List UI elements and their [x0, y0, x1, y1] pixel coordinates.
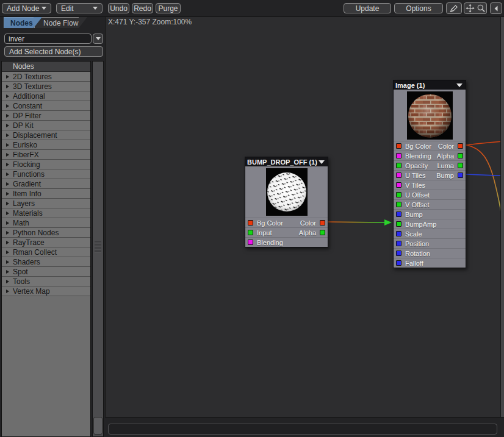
sidebar-item-rman-collect[interactable]: Rman Collect	[2, 247, 90, 257]
node-list-header: Nodes	[2, 62, 90, 72]
input-port-v-offset[interactable]	[396, 202, 401, 207]
node-graph-canvas[interactable]: X:471 Y:-357 Zoom:100% BUMP_DROP_OFF (1)…	[105, 17, 501, 417]
tab-node-flow[interactable]: Node Flow	[34, 17, 87, 28]
input-label: Bump	[405, 211, 423, 218]
input-port-bump[interactable]	[396, 211, 401, 217]
output-port-color[interactable]	[320, 220, 325, 226]
input-port-u-tiles[interactable]	[396, 172, 401, 178]
node-menu-icon[interactable]	[319, 160, 325, 164]
sidebar-item-dp-filter[interactable]: DP Filter	[2, 111, 90, 121]
input-port-input[interactable]	[248, 230, 253, 235]
input-socket: Input	[248, 229, 272, 236]
input-port-u-offset[interactable]	[396, 192, 401, 197]
node-category-panel: Nodes 2D Textures3D TexturesAdditionalCo…	[1, 61, 91, 437]
output-socket: Alpha	[299, 229, 325, 236]
sidebar-item-spot[interactable]: Spot	[2, 267, 90, 277]
redo-button[interactable]: Redo	[132, 3, 153, 13]
output-port-bump[interactable]	[458, 172, 463, 178]
node-title-bar[interactable]: Image (1)	[394, 80, 466, 90]
splitter-handle[interactable]	[93, 417, 103, 435]
input-port-bg-color[interactable]	[396, 143, 401, 149]
sidebar-item-vertex-map[interactable]: Vertex Map	[2, 286, 90, 296]
sidebar-item-raytrace[interactable]: RayTrace	[2, 238, 90, 247]
sidebar-item-eurisko[interactable]: Eurisko	[2, 140, 90, 150]
input-label: Bg Color	[405, 143, 431, 150]
sidebar-item-tools[interactable]: Tools	[2, 277, 90, 286]
input-socket: Blending	[248, 239, 283, 246]
input-socket: Bg Color	[396, 143, 431, 150]
pen-tool-button[interactable]	[446, 2, 462, 14]
sidebar-item-2d-textures[interactable]: 2D Textures	[2, 72, 90, 82]
sidebar-item-layers[interactable]: Layers	[2, 199, 90, 208]
sidebar-item-label: Spot	[13, 268, 28, 276]
sidebar-item-constant[interactable]: Constant	[2, 101, 90, 111]
pen-icon	[449, 4, 459, 13]
sidebar-item-item-info[interactable]: Item Info	[2, 189, 90, 199]
undo-button[interactable]: Undo	[108, 3, 129, 13]
expand-arrow-icon	[6, 192, 9, 196]
tab-slant	[34, 17, 42, 28]
sidebar-item-flocking[interactable]: Flocking	[2, 160, 90, 169]
sidebar-item-dp-kit[interactable]: DP Kit	[2, 121, 90, 130]
sidebar-item-displacement[interactable]: Displacement	[2, 130, 90, 140]
bottom-bar	[105, 417, 504, 437]
sidebar-item-gradient[interactable]: Gradient	[2, 179, 90, 189]
options-button[interactable]: Options	[394, 3, 443, 13]
node-search-input[interactable]	[4, 34, 92, 44]
input-port-scale[interactable]	[396, 231, 401, 236]
sidebar-item-python-nodes[interactable]: Python Nodes	[2, 228, 90, 238]
splitter-grip[interactable]	[95, 241, 101, 254]
output-port-color[interactable]	[458, 143, 463, 149]
collapse-panel-button[interactable]	[490, 2, 502, 14]
sidebar-item-label: Vertex Map	[13, 287, 50, 296]
node-bump-drop-off-1[interactable]: BUMP_DROP_OFF (1)Bg ColorColorInputAlpha…	[245, 157, 328, 247]
pan-tool-button[interactable]	[464, 2, 476, 14]
search-history-dropdown-button[interactable]	[93, 34, 103, 44]
input-port-blending[interactable]	[396, 153, 401, 158]
zoom-tool-button[interactable]	[475, 2, 487, 14]
input-port-v-tiles[interactable]	[396, 182, 401, 188]
input-label: BumpAmp	[405, 221, 436, 228]
sidebar-item-label: Flocking	[13, 160, 40, 169]
sidebar-item-label: 2D Textures	[13, 73, 52, 81]
input-port-falloff[interactable]	[396, 260, 401, 266]
pan-icon	[466, 4, 475, 13]
sidebar-item-label: Python Nodes	[13, 229, 59, 237]
sidebar-item-math[interactable]: Math	[2, 218, 90, 228]
output-port-alpha[interactable]	[320, 230, 325, 235]
sidebar-item-additional[interactable]: Additional	[2, 91, 90, 101]
input-port-rotation[interactable]	[396, 250, 401, 256]
tab-nodes[interactable]: Nodes	[4, 17, 42, 28]
sidebar-item-label: Additional	[13, 92, 45, 101]
node-menu-icon[interactable]	[456, 83, 463, 87]
sidebar-item-label: DP Kit	[13, 121, 34, 130]
purge-button[interactable]: Purge	[156, 3, 181, 13]
canvas-right-scrollbar[interactable]	[500, 17, 504, 417]
sidebar-item-shaders[interactable]: Shaders	[2, 257, 90, 267]
input-socket: Bg Color	[248, 219, 283, 227]
add-selected-nodes-button[interactable]: Add Selected Node(s)	[4, 46, 103, 57]
output-port-alpha[interactable]	[458, 153, 463, 158]
sidebar-item-materials[interactable]: Materials	[2, 208, 90, 218]
sidebar-item-fiberfx[interactable]: FiberFX	[2, 150, 90, 160]
update-button[interactable]: Update	[344, 3, 391, 13]
node-row: Bg ColorColor	[245, 218, 328, 227]
node-image-1[interactable]: Image (1)Bg ColorColorBlendingAlphaOpaci…	[393, 80, 466, 268]
sidebar-item-3d-textures[interactable]: 3D Textures	[2, 82, 90, 91]
input-port-position[interactable]	[396, 241, 401, 246]
add-node-menu-button[interactable]: Add Node	[2, 3, 51, 13]
input-label: Scale	[405, 230, 422, 238]
input-port-blending[interactable]	[248, 240, 253, 245]
input-port-bumpamp[interactable]	[396, 221, 401, 227]
node-preview	[394, 90, 466, 141]
node-title-bar[interactable]: BUMP_DROP_OFF (1)	[245, 157, 328, 166]
sidebar-item-functions[interactable]: Functions	[2, 169, 90, 179]
panel-splitter-scrollbar[interactable]	[92, 61, 104, 437]
input-port-bg-color[interactable]	[248, 220, 253, 226]
edit-menu-button[interactable]: Edit	[56, 3, 103, 13]
input-port-opacity[interactable]	[396, 163, 401, 168]
expand-arrow-icon	[6, 94, 9, 98]
node-comment-field[interactable]	[108, 424, 497, 435]
output-port-luma[interactable]	[458, 163, 463, 168]
output-label: Luma	[437, 162, 454, 169]
